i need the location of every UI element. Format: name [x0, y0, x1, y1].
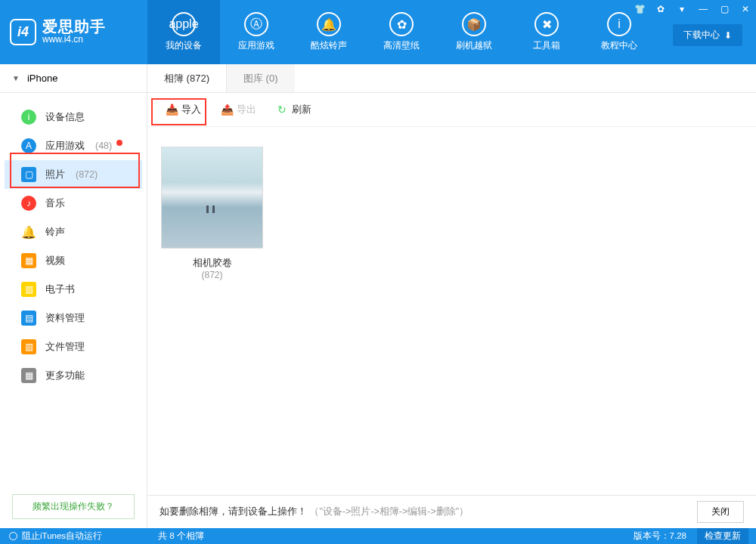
sidebar-label: 应用游戏 — [45, 140, 85, 153]
export-label: 导出 — [237, 104, 256, 116]
sidebar-count: (48) — [95, 141, 112, 151]
sidebar-item[interactable]: ▢照片(872) — [5, 160, 142, 189]
tabs: 相簿 (872)图库 (0) — [147, 64, 756, 93]
maximize-icon[interactable]: ▢ — [714, 0, 735, 18]
export-icon: 📤 — [221, 104, 233, 116]
sidebar-icon: ▥ — [21, 282, 36, 297]
toggle-circle-icon — [9, 532, 17, 540]
nav-item-wrench[interactable]: ✖工具箱 — [510, 0, 583, 64]
footer: 阻止iTunes自动运行 共 8 个相簿 版本号：7.28 检查更新 — [0, 528, 756, 544]
hint-bar: 如要删除相簿，请到设备上操作！ （"设备->照片->相簿->编辑->删除"） 关… — [147, 495, 756, 528]
album-grid: 相机胶卷 (872) — [147, 127, 756, 495]
album-summary: 共 8 个相簿 — [147, 530, 634, 542]
nav-item-box[interactable]: 📦刷机越狱 — [438, 0, 510, 64]
check-update-button[interactable]: 检查更新 — [697, 528, 748, 544]
sidebar-item[interactable]: i设备信息 — [5, 103, 142, 131]
close-button[interactable]: 关闭 — [697, 501, 744, 523]
download-center-label: 下载中心 — [683, 29, 720, 42]
sidebar-icon: i — [21, 110, 36, 125]
i-icon: i — [607, 12, 631, 36]
sidebar-icon: ▦ — [21, 253, 36, 268]
nav-item-apple[interactable]: apple我的设备 — [147, 0, 220, 64]
refresh-label: 刷新 — [292, 104, 311, 116]
notification-dot-icon — [116, 140, 122, 146]
shirt-icon[interactable]: 👕 — [629, 0, 650, 18]
main: 相簿 (872)图库 (0) 📥 导入 📤 导出 ↻ 刷新 相机胶卷 (872)… — [147, 64, 756, 528]
sidebar-label: 音乐 — [45, 197, 65, 210]
device-selector[interactable]: ▼ iPhone — [0, 64, 147, 93]
itunes-label: 阻止iTunes自动运行 — [22, 530, 102, 542]
sidebar-item[interactable]: ▦视频 — [5, 246, 142, 275]
bell-icon: 🔔 — [317, 12, 341, 36]
sidebar-icon: ▢ — [21, 167, 36, 182]
download-icon: ⬇ — [724, 30, 732, 41]
sidebar-item[interactable]: ▥电子书 — [5, 275, 142, 304]
apple-icon: apple — [172, 12, 196, 36]
version-text: 版本号：7.28 — [634, 530, 686, 542]
sidebar-label: 照片 — [45, 168, 65, 181]
nav-label: 教程中心 — [601, 39, 637, 52]
nav-label: 工具箱 — [533, 39, 560, 52]
sidebar-label: 文件管理 — [45, 341, 85, 354]
import-label: 导入 — [181, 104, 201, 116]
tab[interactable]: 图库 (0) — [227, 64, 296, 92]
sidebar-label: 电子书 — [45, 283, 75, 296]
nav-label: 刷机越狱 — [456, 39, 492, 52]
sidebar-item[interactable]: 🔔铃声 — [5, 218, 142, 246]
sidebar-label: 资料管理 — [45, 312, 85, 325]
hint-text: 如要删除相簿，请到设备上操作！ — [160, 506, 307, 517]
sidebar-item[interactable]: A应用游戏(48) — [5, 131, 142, 160]
help-link[interactable]: 频繁出现操作失败？ — [12, 494, 135, 519]
chevron-down-icon: ▼ — [12, 74, 20, 82]
hint-path: （"设备->照片->相簿->编辑->删除"） — [309, 506, 469, 517]
nav-label: 应用游戏 — [238, 39, 274, 52]
header: i4 爱思助手 www.i4.cn apple我的设备Ⓐ应用游戏🔔酷炫铃声✿高清… — [0, 0, 756, 64]
menu-icon[interactable]: ▾ — [671, 0, 692, 18]
tab-label: 相簿 (872) — [164, 72, 209, 85]
refresh-button[interactable]: ↻ 刷新 — [268, 100, 319, 119]
A-icon: Ⓐ — [244, 12, 268, 36]
sidebar-icon: A — [21, 138, 36, 153]
sidebar-icon: 🔔 — [21, 224, 36, 240]
sidebar-item[interactable]: ▤资料管理 — [5, 304, 142, 332]
app-title: 爱思助手 — [42, 19, 106, 34]
device-name: iPhone — [27, 73, 57, 84]
sidebar-label: 更多功能 — [45, 369, 85, 382]
import-icon: 📥 — [166, 104, 178, 116]
logo-badge-icon: i4 — [10, 19, 36, 45]
sidebar-icon: ▤ — [21, 311, 36, 326]
album-name: 相机胶卷 — [161, 256, 263, 270]
sidebar-count: (872) — [76, 169, 98, 180]
window-controls: 👕 ✿ ▾ — ▢ ✕ — [629, 0, 756, 18]
sidebar-icon: ▦ — [21, 368, 36, 383]
album-thumbnail — [161, 147, 263, 249]
toolbar: 📥 导入 📤 导出 ↻ 刷新 — [147, 93, 756, 127]
minimize-icon[interactable]: — — [692, 0, 714, 18]
close-icon[interactable]: ✕ — [735, 0, 756, 18]
sidebar-icon: ♪ — [21, 196, 36, 211]
nav-label: 高清壁纸 — [383, 39, 420, 52]
sidebar: ▼ iPhone i设备信息A应用游戏(48)▢照片(872)♪音乐🔔铃声▦视频… — [0, 64, 147, 528]
box-icon: 📦 — [462, 12, 486, 36]
logo: i4 爱思助手 www.i4.cn — [0, 0, 147, 64]
sidebar-item[interactable]: ♪音乐 — [5, 189, 142, 218]
nav-item-flower[interactable]: ✿高清壁纸 — [365, 0, 438, 64]
tab-label: 图库 (0) — [243, 72, 278, 85]
album-item[interactable]: 相机胶卷 (872) — [161, 147, 263, 280]
tab[interactable]: 相簿 (872) — [147, 64, 227, 92]
sidebar-label: 视频 — [45, 255, 65, 267]
itunes-toggle[interactable]: 阻止iTunes自动运行 — [0, 530, 147, 542]
settings-icon[interactable]: ✿ — [650, 0, 671, 18]
export-button: 📤 导出 — [213, 100, 264, 119]
nav-label: 我的设备 — [166, 39, 202, 52]
sidebar-icon: ▥ — [21, 339, 36, 354]
nav-label: 酷炫铃声 — [311, 39, 347, 52]
download-center-button[interactable]: 下载中心 ⬇ — [673, 24, 742, 46]
sidebar-item[interactable]: ▥文件管理 — [5, 332, 142, 361]
nav-item-A[interactable]: Ⓐ应用游戏 — [220, 0, 293, 64]
wrench-icon: ✖ — [534, 12, 559, 36]
import-button[interactable]: 📥 导入 — [158, 100, 209, 119]
refresh-icon: ↻ — [276, 104, 288, 116]
nav-item-bell[interactable]: 🔔酷炫铃声 — [293, 0, 365, 64]
sidebar-item[interactable]: ▦更多功能 — [5, 361, 142, 390]
